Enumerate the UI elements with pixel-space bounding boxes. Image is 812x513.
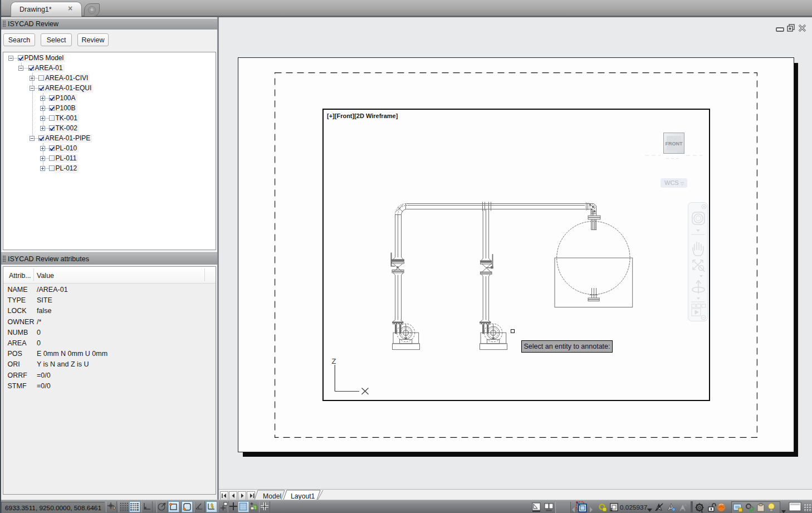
svg-text:Z: Z [332,357,336,365]
